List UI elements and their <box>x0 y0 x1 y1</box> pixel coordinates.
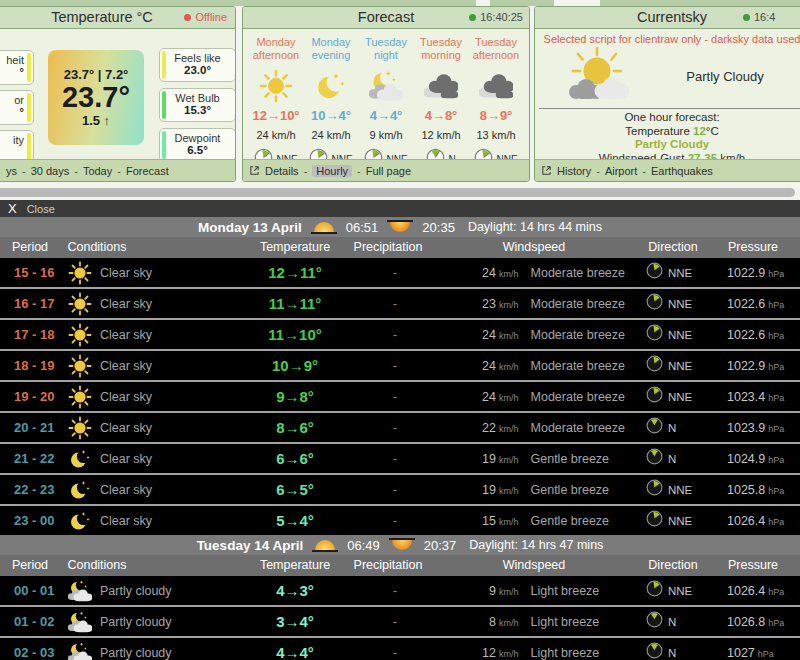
column-header-direction: Direction <box>648 237 697 258</box>
clouds-icon <box>469 66 523 106</box>
pressure-cell: 1022.9hPa <box>715 359 784 373</box>
column-header-windspeed: Windspeed <box>503 555 566 576</box>
forecast-column-tuesday-morning: Tuesdaymorning 4→8° 12 km/h N <box>414 36 468 171</box>
moon-icon <box>304 66 358 106</box>
forecast-columns: Mondayafternoon 12→10° 24 km/h NNE Monda… <box>243 29 529 171</box>
period-cell: 20 - 21 <box>0 420 60 435</box>
stat-bar <box>162 131 166 159</box>
stat-bar <box>27 133 31 162</box>
link-earthquakes[interactable]: Earthquakes <box>651 165 713 177</box>
period-cell: 15 - 16 <box>0 265 60 280</box>
pressure-cell: 1023.9hPa <box>715 421 784 435</box>
stat-bar <box>27 53 31 82</box>
precipitation-cell: - <box>350 514 440 528</box>
link-details[interactable]: Details <box>265 165 299 177</box>
link-airport[interactable]: Airport <box>605 165 637 177</box>
temperature-cell: 5→4° <box>240 512 350 529</box>
direction-cell: NNE <box>630 580 715 601</box>
stat-box-fahrenheit[interactable]: heit ° <box>0 50 34 85</box>
condition-cell: Partly cloudy <box>100 584 240 598</box>
forecast-column-tuesday-afternoon: Tuesdayafternoon 8→9° 13 km/h NNE <box>469 36 523 171</box>
precipitation-cell: - <box>350 266 440 280</box>
stat-box-feels-like[interactable]: Feels like 23.0° <box>159 48 236 82</box>
script-alert-message: Selected script for clientraw only - dar… <box>535 33 800 45</box>
wind-direction-compass-icon <box>646 293 663 314</box>
condition-icon <box>60 323 100 347</box>
direction-cell: N <box>630 417 715 438</box>
condition-cell: Partly cloudy <box>100 646 240 660</box>
hourly-forecast-row: 19 - 20 Clear sky 9→8° - 24km/hModerate … <box>0 380 800 411</box>
temperature-panel-title: Temperature °C <box>51 9 153 25</box>
link-forecast[interactable]: Forecast <box>126 165 169 177</box>
close-bar[interactable]: X Close <box>0 200 800 217</box>
pressure-cell: 1024.9hPa <box>715 452 784 466</box>
close-x-icon[interactable]: X <box>8 200 17 217</box>
wind-direction-compass-icon <box>646 642 663 660</box>
column-header-row: PeriodConditionsTemperaturePrecipitation… <box>0 237 800 258</box>
hourly-forecast-row: 18 - 19 Clear sky 10→9° - 24km/hModerate… <box>0 349 800 380</box>
forecast-day-section: Monday 13 April 06:51 20:35 Daylight: 14… <box>0 217 800 535</box>
online-dot-icon <box>743 14 750 21</box>
sunset-icon <box>387 220 413 234</box>
period-cell: 00 - 01 <box>0 583 60 598</box>
link-full-page[interactable]: Full page <box>366 165 411 177</box>
condition-icon <box>60 478 100 502</box>
link-days[interactable]: ys <box>6 165 17 177</box>
direction-cell: NNE <box>630 324 715 345</box>
period-cell: 01 - 02 <box>0 614 60 629</box>
temperature-cell: 12→11° <box>240 264 350 281</box>
link-hourly[interactable]: Hourly <box>312 165 352 177</box>
period-cell: 22 - 23 <box>0 482 60 497</box>
temperature-cell: 4→4° <box>240 644 350 660</box>
precipitation-cell: - <box>350 452 440 466</box>
sunrise-time: 06:51 <box>346 220 379 235</box>
temperature-cell: 10→9° <box>240 357 350 374</box>
weather-dashboard: Temperature °C Offline heit ° or ° ity 2… <box>0 0 800 660</box>
column-header-conditions: Conditions <box>67 555 126 576</box>
horizontal-scrollbar[interactable] <box>0 188 795 197</box>
temperature-cell: 11→10° <box>240 326 350 343</box>
temperature-cell: 4→3° <box>240 582 350 599</box>
day-date: Tuesday 14 April <box>197 538 304 553</box>
column-header-windspeed: Windspeed <box>503 237 566 258</box>
forecast-column-monday-afternoon: Mondayafternoon 12→10° 24 km/h NNE <box>249 36 303 171</box>
partly-cloudy-icon <box>557 45 639 107</box>
moon-cloud-icon <box>359 66 413 106</box>
currentsky-panel-footer: History - Airport - Earthquakes <box>535 159 800 181</box>
temperature-cell: 6→6° <box>240 450 350 467</box>
period-cell: 16 - 17 <box>0 296 60 311</box>
current-temperature: 23.7° <box>62 82 130 113</box>
link-history[interactable]: History <box>557 165 591 177</box>
wind-direction-compass-icon <box>646 580 663 601</box>
period-cell: 17 - 18 <box>0 327 60 342</box>
stat-box-wet-bulb[interactable]: Wet Bulb 15.3° <box>159 88 236 122</box>
external-link-icon <box>541 165 552 176</box>
sunset-time: 20:35 <box>422 220 455 235</box>
stat-box-indoor[interactable]: or ° <box>0 90 34 125</box>
link-today[interactable]: Today <box>83 165 112 177</box>
hourly-forecast-row: 22 - 23 Clear sky 6→5° - 19km/hGentle br… <box>0 473 800 504</box>
close-label[interactable]: Close <box>27 203 55 215</box>
precipitation-cell: - <box>350 483 440 497</box>
precipitation-cell: - <box>350 328 440 342</box>
condition-icon <box>60 641 100 660</box>
hourly-forecast-row: 00 - 01 Partly cloudy 4→3° - 9km/hLight … <box>0 576 800 605</box>
direction-cell: N <box>630 448 715 469</box>
stat-bar <box>162 51 166 79</box>
precipitation-cell: - <box>350 615 440 629</box>
precipitation-cell: - <box>350 390 440 404</box>
sunrise-time: 06:49 <box>347 538 380 553</box>
condition-icon <box>60 292 100 316</box>
link-30-days[interactable]: 30 days <box>31 165 70 177</box>
temperature-cell: 3→4° <box>240 613 350 630</box>
windspeed-cell: 8km/hLight breeze <box>440 615 630 629</box>
stat-box-dewpoint[interactable]: Dewpoint 6.5° <box>159 128 236 162</box>
pressure-cell: 1025.8hPa <box>715 483 784 497</box>
currentsky-panel: Currentsky 16:4 Selected script for clie… <box>534 6 800 182</box>
condition-cell: Partly cloudy <box>100 615 240 629</box>
temperature-panel-footer: ys - 30 days - Today - Forecast <box>0 159 235 181</box>
column-header-precipitation: Precipitation <box>354 237 423 258</box>
column-header-period: Period <box>12 555 48 576</box>
clouds-icon <box>414 66 468 106</box>
column-header-precipitation: Precipitation <box>354 555 423 576</box>
